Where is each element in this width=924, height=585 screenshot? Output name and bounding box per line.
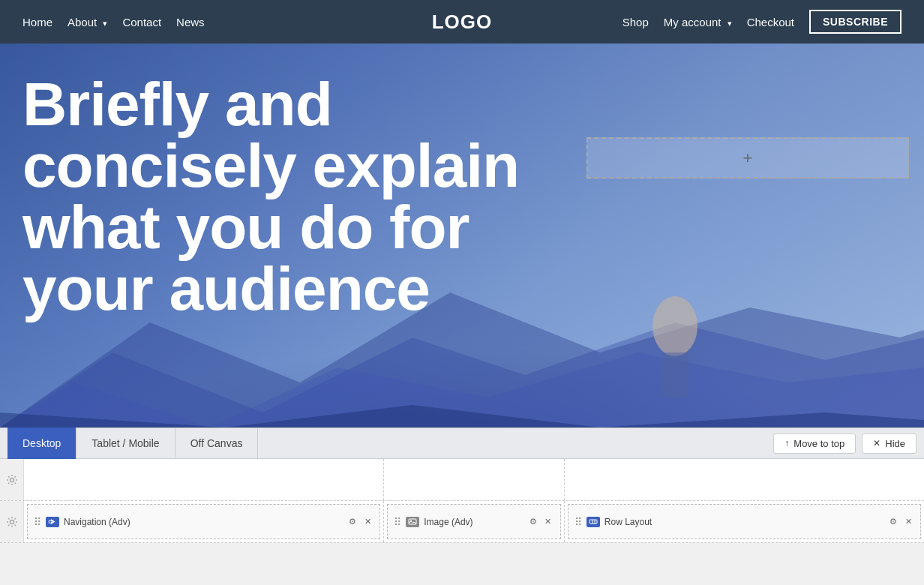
- svg-point-8: [49, 520, 52, 524]
- row-2-settings[interactable]: [0, 501, 24, 542]
- row-2-col-img: ⠿ Image (Adv) ⚙ ✕: [384, 501, 565, 542]
- nav-widget-controls: ⚙ ✕: [346, 516, 374, 528]
- row-1-columns: [24, 459, 924, 500]
- row-2-col-rowlayout: ⠿ Row Layout ⚙ ✕: [565, 501, 924, 542]
- img-widget-icon: [406, 517, 419, 527]
- nav-widget-close-icon[interactable]: ✕: [362, 516, 374, 528]
- navigation-widget[interactable]: ⠿ Navigation (Adv) ⚙ ✕: [27, 504, 380, 539]
- nav-checkout[interactable]: Checkout: [747, 16, 794, 28]
- row-layout-close-icon[interactable]: ✕: [902, 516, 914, 528]
- subscribe-button[interactable]: SUBSCRIBE: [809, 10, 902, 34]
- row-layout-gear-icon[interactable]: ⚙: [887, 516, 899, 528]
- image-widget-label: Image (Adv): [424, 517, 472, 527]
- nav-my-account[interactable]: My account ▾: [664, 16, 732, 28]
- row-1-col-3: [565, 459, 924, 500]
- row-2-columns: ⠿ Navigation (Adv) ⚙ ✕: [24, 501, 924, 542]
- img-widget-close-icon[interactable]: ✕: [542, 516, 554, 528]
- drag-handle-icon[interactable]: ⠿: [34, 516, 41, 528]
- tab-desktop[interactable]: Desktop: [8, 428, 76, 459]
- row-1-col-1: [24, 459, 384, 500]
- row-2-col-nav: ⠿ Navigation (Adv) ⚙ ✕: [24, 501, 384, 542]
- img-widget-controls: ⚙ ✕: [527, 516, 554, 528]
- move-to-top-icon: ↑: [784, 438, 789, 448]
- svg-point-7: [10, 520, 14, 524]
- hero-section: Briefly and concisely explain what you d…: [0, 44, 924, 428]
- nav-contact[interactable]: Contact: [122, 16, 161, 28]
- row-layout-widget[interactable]: ⠿ Row Layout ⚙ ✕: [568, 504, 921, 539]
- settings-gear-icon-2: [6, 516, 18, 528]
- nav-home[interactable]: Home: [22, 16, 52, 28]
- account-dropdown-icon: ▾: [728, 19, 732, 28]
- drag-handle-icon-3[interactable]: ⠿: [574, 516, 582, 528]
- page-builder-toolbar: Desktop Tablet / Mobile Off Canvas ↑ Mov…: [0, 428, 924, 459]
- view-tabs: Desktop Tablet / Mobile Off Canvas: [8, 428, 258, 459]
- tab-off-canvas[interactable]: Off Canvas: [176, 428, 259, 459]
- toolbar-actions: ↑ Move to top ✕ Hide: [773, 434, 916, 454]
- row-1-settings[interactable]: [0, 459, 24, 500]
- svg-rect-11: [590, 520, 597, 524]
- row-1-col-2: [384, 459, 565, 500]
- hide-icon: ✕: [873, 438, 880, 448]
- nav-widget-label: Navigation (Adv): [64, 517, 130, 527]
- site-logo: LOGO: [432, 10, 493, 34]
- site-header: Home About ▾ Contact News LOGO Shop My a…: [0, 0, 924, 44]
- image-widget[interactable]: ⠿ Image (Adv) ⚙ ✕: [387, 504, 561, 539]
- tab-tablet-mobile[interactable]: Tablet / Mobile: [76, 428, 175, 459]
- svg-rect-9: [409, 519, 416, 524]
- nav-widget-icon: [46, 517, 59, 527]
- svg-point-6: [10, 478, 14, 482]
- builder-area: ⠿ Navigation (Adv) ⚙ ✕: [0, 459, 924, 543]
- nav-news[interactable]: News: [176, 16, 205, 28]
- row-layout-widget-controls: ⚙ ✕: [887, 516, 914, 528]
- move-to-top-button[interactable]: ↑ Move to top: [773, 434, 856, 454]
- add-widget-icon: +: [743, 148, 753, 168]
- row-layout-widget-label: Row Layout: [604, 517, 652, 527]
- nav-right: Shop My account ▾ Checkout SUBSCRIBE: [622, 10, 902, 34]
- nav-left: Home About ▾ Contact News: [22, 16, 205, 28]
- hero-headline: Briefly and concisely explain what you d…: [22, 74, 562, 320]
- drag-handle-icon-2[interactable]: ⠿: [394, 516, 401, 528]
- nav-about[interactable]: About ▾: [68, 16, 107, 28]
- svg-point-4: [652, 296, 698, 356]
- nav-shop[interactable]: Shop: [622, 16, 649, 28]
- settings-gear-icon: [6, 474, 18, 486]
- row-layout-widget-icon: [586, 517, 600, 527]
- svg-rect-5: [662, 352, 688, 398]
- builder-row-1: [0, 459, 924, 501]
- img-widget-gear-icon[interactable]: ⚙: [527, 516, 539, 528]
- builder-row-2: ⠿ Navigation (Adv) ⚙ ✕: [0, 501, 924, 543]
- nav-widget-gear-icon[interactable]: ⚙: [346, 516, 358, 528]
- hide-button[interactable]: ✕ Hide: [862, 434, 916, 454]
- hero-add-widget-box[interactable]: +: [586, 137, 909, 178]
- about-dropdown-icon: ▾: [103, 19, 107, 28]
